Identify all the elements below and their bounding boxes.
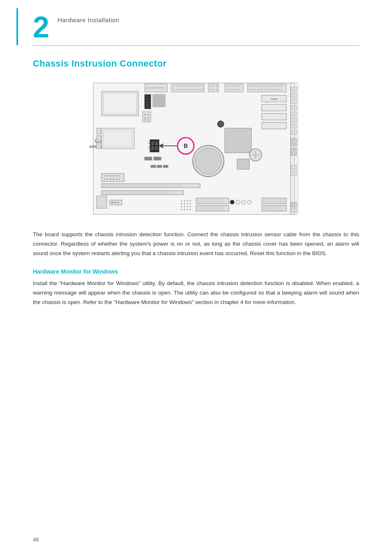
svg-point-57 <box>210 89 211 90</box>
svg-point-302 <box>119 175 120 177</box>
svg-rect-9 <box>291 106 297 110</box>
svg-point-39 <box>196 85 197 86</box>
svg-point-110 <box>217 121 224 127</box>
svg-rect-111 <box>225 128 251 153</box>
svg-rect-20 <box>145 84 167 92</box>
svg-point-294 <box>147 105 148 106</box>
svg-point-90 <box>267 89 267 90</box>
svg-point-75 <box>258 85 259 86</box>
svg-point-79 <box>270 85 270 86</box>
svg-point-73 <box>252 85 253 86</box>
svg-point-40 <box>199 85 200 86</box>
motherboard-svg: RAM <box>89 79 303 219</box>
svg-point-45 <box>182 89 183 90</box>
svg-point-65 <box>238 85 239 86</box>
svg-point-303 <box>104 179 106 180</box>
diagram-container: RAM <box>33 79 359 219</box>
svg-point-252 <box>230 200 234 204</box>
svg-rect-115 <box>151 146 154 150</box>
chapter-bar <box>16 8 18 45</box>
svg-point-47 <box>188 89 189 90</box>
svg-point-108 <box>145 120 146 121</box>
svg-point-78 <box>267 85 267 86</box>
svg-point-81 <box>275 85 276 86</box>
svg-text:2: 2 <box>148 146 150 150</box>
svg-point-36 <box>188 85 189 86</box>
svg-point-44 <box>179 89 180 90</box>
svg-point-67 <box>230 89 231 90</box>
svg-rect-310 <box>154 96 164 106</box>
svg-rect-284 <box>237 159 249 169</box>
svg-point-255 <box>247 200 251 204</box>
svg-point-34 <box>182 85 183 86</box>
svg-point-254 <box>242 200 246 204</box>
svg-point-306 <box>113 179 114 180</box>
svg-point-33 <box>179 85 180 86</box>
svg-point-24 <box>152 88 153 88</box>
svg-rect-127 <box>97 136 101 141</box>
motherboard-diagram: RAM <box>89 79 303 219</box>
svg-rect-289 <box>154 157 161 160</box>
svg-point-95 <box>281 89 282 90</box>
svg-rect-99 <box>262 113 286 120</box>
svg-point-85 <box>252 89 253 90</box>
svg-rect-17 <box>291 171 297 175</box>
svg-point-214 <box>187 203 188 205</box>
svg-point-84 <box>249 89 250 90</box>
svg-point-216 <box>181 206 182 207</box>
svg-point-70 <box>238 89 239 90</box>
svg-rect-15 <box>291 148 297 155</box>
svg-point-88 <box>261 89 262 90</box>
svg-rect-71 <box>247 84 286 92</box>
svg-point-35 <box>185 85 186 86</box>
svg-point-52 <box>202 89 203 90</box>
svg-point-109 <box>148 120 149 121</box>
svg-point-43 <box>176 89 177 90</box>
svg-point-41 <box>202 85 203 86</box>
svg-point-209 <box>184 200 185 202</box>
svg-rect-102 <box>104 93 136 114</box>
svg-point-94 <box>278 89 279 90</box>
svg-rect-8 <box>291 99 297 104</box>
svg-point-49 <box>194 89 194 90</box>
svg-point-89 <box>264 89 265 90</box>
svg-rect-11 <box>291 118 297 122</box>
svg-point-64 <box>235 85 236 86</box>
svg-rect-296 <box>101 173 124 182</box>
svg-point-80 <box>272 85 273 86</box>
svg-point-82 <box>278 85 279 86</box>
svg-point-62 <box>230 85 231 86</box>
body-paragraph: The board supports the chassis intrusion… <box>33 230 359 258</box>
svg-rect-6 <box>291 87 297 91</box>
svg-rect-114 <box>155 141 158 145</box>
svg-rect-128 <box>97 143 101 149</box>
svg-point-59 <box>216 89 217 90</box>
svg-point-26 <box>157 88 157 88</box>
svg-point-305 <box>110 179 111 180</box>
svg-rect-12 <box>291 124 297 128</box>
svg-point-76 <box>261 85 262 86</box>
svg-point-218 <box>187 206 188 207</box>
svg-rect-116 <box>155 146 158 150</box>
svg-point-281 <box>111 202 113 203</box>
svg-point-308 <box>119 179 120 180</box>
svg-rect-13 <box>291 130 297 134</box>
svg-rect-53 <box>208 84 219 92</box>
svg-point-31 <box>173 85 174 86</box>
svg-text:B: B <box>184 143 188 149</box>
svg-point-307 <box>116 179 117 180</box>
svg-point-74 <box>255 85 256 86</box>
svg-point-107 <box>148 117 149 119</box>
svg-point-222 <box>187 209 188 210</box>
svg-point-25 <box>154 88 155 88</box>
svg-point-130 <box>195 148 221 174</box>
svg-point-291 <box>147 96 148 97</box>
svg-point-51 <box>199 89 200 90</box>
svg-rect-133 <box>163 165 168 168</box>
page-container: 2 Hardware Installation Chassis Instrusi… <box>0 0 392 555</box>
svg-point-215 <box>190 203 191 205</box>
subsection-title: Hardware Monitor for Windows <box>33 268 359 275</box>
svg-point-38 <box>194 85 194 86</box>
svg-point-93 <box>275 89 276 90</box>
svg-rect-14 <box>291 138 297 146</box>
